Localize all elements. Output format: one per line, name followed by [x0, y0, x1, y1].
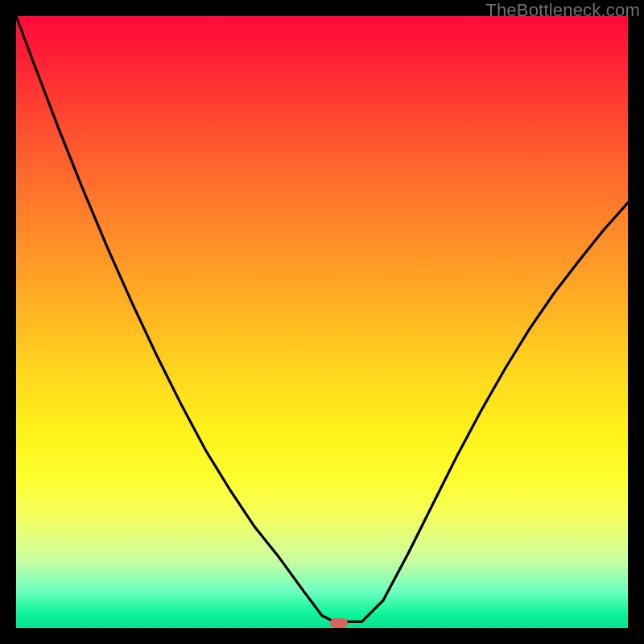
- bottleneck-curve-path: [16, 16, 628, 621]
- watermark-text: TheBottleneck.com: [485, 0, 640, 21]
- plot-area: [16, 16, 628, 628]
- optimal-marker: [330, 618, 348, 628]
- curve-svg: [16, 16, 628, 628]
- chart-frame: [16, 16, 628, 628]
